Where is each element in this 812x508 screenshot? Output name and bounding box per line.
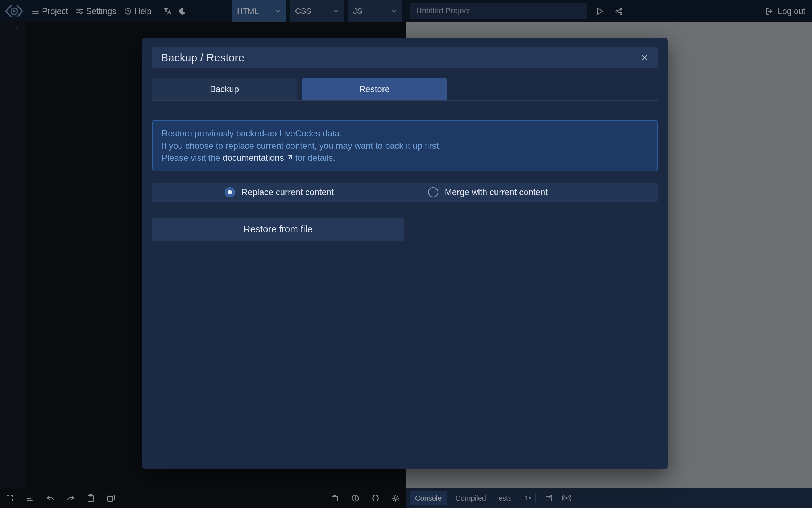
restore-info-box: Restore previously backed-up LiveCodes d… — [152, 120, 658, 171]
modal-tab-restore-label: Restore — [359, 84, 390, 94]
modal-tab-backup[interactable]: Backup — [152, 78, 297, 100]
documentations-link[interactable]: documentations — [223, 152, 293, 164]
modal-tab-restore[interactable]: Restore — [302, 78, 447, 100]
restore-from-file-button[interactable]: Restore from file — [152, 218, 404, 241]
modal-title: Backup / Restore — [161, 52, 244, 64]
documentations-link-label: documentations — [223, 152, 284, 164]
external-link-icon — [286, 155, 293, 161]
close-icon — [640, 53, 649, 62]
info-line-3: Please visit the documentations for deta… — [162, 152, 648, 164]
radio-merge-label: Merge with current content — [445, 187, 548, 197]
restore-from-file-label: Restore from file — [244, 224, 313, 235]
modal-tab-backup-label: Backup — [210, 84, 239, 94]
radio-merge-indicator — [428, 187, 438, 197]
radio-merge[interactable]: Merge with current content — [428, 187, 548, 197]
info-line-3-pre: Please visit the — [162, 153, 223, 163]
info-line-3-post: for details. — [295, 153, 335, 163]
radio-replace-indicator — [225, 187, 235, 197]
modal-header: Backup / Restore — [152, 47, 658, 68]
radio-replace-label: Replace current content — [241, 187, 334, 197]
restore-mode-row: Replace current content Merge with curre… — [152, 183, 658, 202]
modal-close-button[interactable] — [640, 53, 649, 62]
modal-tabs: Backup Restore — [152, 78, 658, 101]
info-line-1: Restore previously backed-up LiveCodes d… — [162, 127, 648, 140]
backup-restore-modal: Backup / Restore Backup Restore Restore … — [142, 38, 668, 469]
info-line-2: If you choose to replace current content… — [162, 140, 648, 152]
radio-replace[interactable]: Replace current content — [225, 187, 334, 197]
